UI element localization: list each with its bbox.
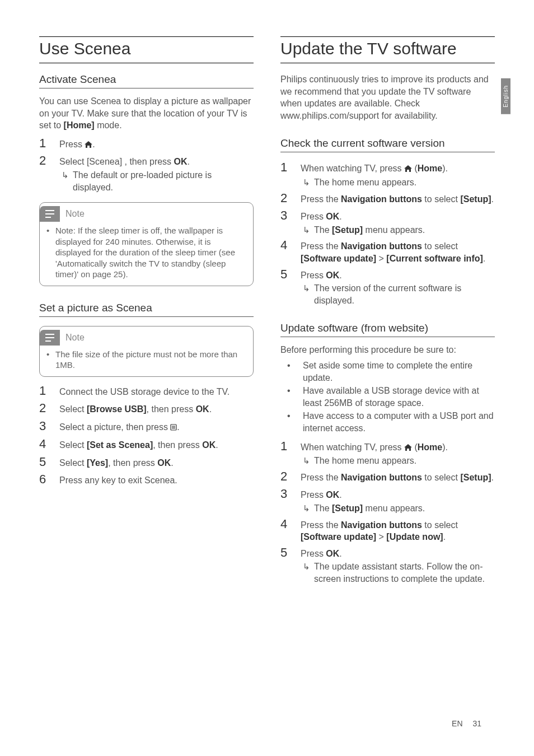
step-4: 4Press the Navigation buttons to select … — [280, 237, 495, 264]
step-body: Press the Navigation buttons to select [… — [301, 519, 495, 543]
setup-label: [Setup] — [460, 473, 491, 482]
text: ( — [412, 442, 418, 452]
step-1: 1Connect the USB storage device to the T… — [39, 382, 254, 399]
heading-update-website: Update software (from website) — [280, 322, 495, 337]
text: . — [177, 422, 179, 432]
step-4: 4Select [Set as Scenea], then press OK. — [39, 436, 254, 452]
step-body: Select a picture, then press . — [59, 421, 254, 434]
result-arrow-icon: ↳ — [301, 561, 314, 572]
step-2: 2Select [Browse USB], then press OK. — [39, 400, 254, 417]
step-body: Press OK. ↳The update assistant starts. … — [301, 548, 495, 585]
step-number: 2 — [280, 468, 301, 485]
list-item: Set aside some time to complete the enti… — [280, 360, 495, 384]
step-6: 6Press any key to exit Scenea. — [39, 471, 254, 488]
note-icon — [40, 206, 60, 222]
step-body: Press OK. ↳The [Setup] menu appears. — [301, 211, 495, 236]
step-body: Connect the USB storage device to the TV… — [59, 386, 254, 398]
step-body: Press the Navigation buttons to select [… — [301, 472, 495, 484]
text: . — [92, 139, 95, 149]
text: , then press — [153, 440, 202, 450]
list-item: Have available a USB storage device with… — [280, 385, 495, 409]
note-header: Note — [40, 203, 253, 225]
step-body: Press OK. ↳The version of the current so… — [301, 269, 495, 307]
activate-intro: You can use Scenea to display a picture … — [39, 95, 254, 132]
software-update-label: [Software update] — [301, 254, 376, 263]
text: Set aside some time to complete the enti… — [303, 360, 495, 384]
note-box: Note Note: If the sleep timer is off, th… — [39, 202, 254, 286]
text: Press the — [301, 241, 341, 251]
step-number: 2 — [39, 152, 59, 169]
step-3: 3Press OK. ↳The [Setup] menu appears. — [280, 207, 495, 236]
step-number: 1 — [280, 438, 301, 455]
ok-label: OK — [326, 549, 339, 558]
result-arrow-icon: ↳ — [301, 283, 314, 294]
update-website-steps: 1 When watching TV, press (Home). ↳The h… — [280, 438, 495, 585]
step-1: 1 Press . — [39, 135, 254, 152]
step-number: 5 — [280, 266, 301, 283]
result-arrow-icon: ↳ — [59, 170, 73, 181]
note-title: Note — [65, 333, 85, 343]
text: Press the — [301, 473, 341, 482]
page-columns: Use Scenea Activate Scenea You can use S… — [39, 36, 495, 586]
ok-label: OK — [326, 212, 339, 221]
result-arrow-icon: ↳ — [301, 455, 314, 466]
step-1: 1 When watching TV, press (Home). ↳The h… — [280, 438, 495, 467]
ok-label: OK — [196, 404, 209, 414]
text: . — [491, 473, 494, 482]
text: The update assistant starts. Follow the … — [314, 561, 495, 585]
step-body: Select [Yes], then press OK. — [59, 457, 254, 469]
setup-label: [Setup] — [332, 225, 363, 235]
note-item: Note: If the sleep timer is off, the wal… — [46, 225, 246, 280]
text: The — [314, 225, 332, 235]
step-body: Select [Scenea] , then press OK. ↳ The d… — [59, 156, 254, 193]
home-label: Home — [418, 442, 442, 452]
step-number: 3 — [280, 486, 301, 502]
result-arrow-icon: ↳ — [301, 225, 314, 236]
text: ). — [442, 442, 448, 452]
step-5: 5Press OK. ↳The update assistant starts.… — [280, 544, 495, 585]
set-as-scenea-label: [Set as Scenea] — [87, 440, 153, 450]
nav-buttons-label: Navigation buttons — [341, 194, 422, 204]
note-box: Note The file size of the picture must n… — [39, 326, 254, 377]
step-number: 4 — [280, 237, 301, 254]
footer-page: 31 — [472, 719, 481, 728]
step-body: Select [Set as Scenea], then press OK. — [59, 439, 254, 451]
text: Have available a USB storage device with… — [303, 385, 495, 409]
text: . — [443, 532, 446, 542]
sub-result: ↳The home menu appears. — [301, 176, 495, 189]
heading-activate-scenea: Activate Scenea — [39, 73, 254, 88]
text: ( — [412, 164, 418, 173]
note-title: Note — [65, 209, 85, 219]
text: . — [188, 157, 190, 166]
text: . — [339, 490, 341, 500]
note-body: The file size of the picture must not be… — [40, 349, 253, 371]
step-2: 2Press the Navigation buttons to select … — [280, 468, 495, 485]
prereq-list: Set aside some time to complete the enti… — [280, 360, 495, 435]
ok-label: OK — [326, 490, 339, 500]
home-mode-label: [Home] — [64, 120, 95, 130]
text: The home menu appears. — [314, 176, 495, 189]
step-5: 5Select [Yes], then press OK. — [39, 454, 254, 470]
step-2: 2Press the Navigation buttons to select … — [280, 190, 495, 207]
step-5: 5Press OK. ↳The version of the current s… — [280, 266, 495, 307]
text: . — [339, 270, 341, 280]
text: . — [209, 404, 212, 414]
options-icon — [170, 422, 177, 434]
home-icon — [404, 163, 412, 175]
activate-steps: 1 Press . 2 Select [Scenea] , then press… — [39, 135, 254, 193]
step-number: 4 — [39, 436, 59, 452]
text: . — [216, 440, 218, 450]
text: Press — [301, 270, 326, 280]
update-intro: Philips continuously tries to improve it… — [280, 73, 495, 122]
step-number: 3 — [39, 418, 59, 435]
current-info-label: [Current software info] — [386, 254, 483, 263]
step-body: Press any key to exit Scenea. — [59, 474, 254, 487]
ok-label: OK — [157, 458, 171, 468]
ok-label: OK — [202, 440, 216, 450]
setup-label: [Setup] — [332, 503, 363, 513]
step-body: Press the Navigation buttons to select [… — [301, 240, 495, 264]
home-label: Home — [418, 164, 442, 173]
note-item: The file size of the picture must not be… — [46, 349, 246, 371]
step-body: Press OK. ↳The [Setup] menu appears. — [301, 489, 495, 514]
step-3: 3Select a picture, then press . — [39, 418, 254, 435]
